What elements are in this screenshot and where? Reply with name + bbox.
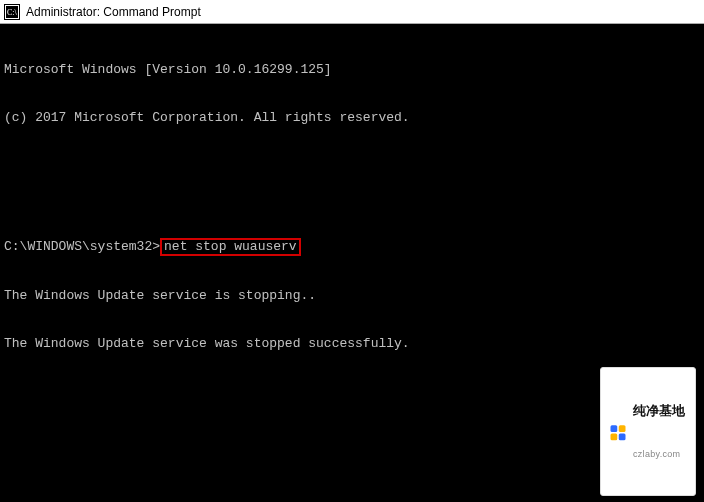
watermark-logo-icon <box>609 423 627 441</box>
watermark-badge: 纯净基地 czlaby.com <box>600 367 696 496</box>
window-title: Administrator: Command Prompt <box>26 5 201 19</box>
copyright-line: (c) 2017 Microsoft Corporation. All righ… <box>4 110 700 126</box>
blank-line <box>4 432 700 448</box>
version-line: Microsoft Windows [Version 10.0.16299.12… <box>4 62 700 78</box>
blank-line <box>4 384 700 400</box>
cmd-icon: C:\ <box>4 4 20 20</box>
terminal-area[interactable]: Microsoft Windows [Version 10.0.16299.12… <box>0 24 704 502</box>
output-line: The Windows Update service is stopping.. <box>4 288 700 304</box>
svg-rect-4 <box>611 425 618 432</box>
svg-rect-7 <box>619 433 626 440</box>
output-line: The Windows Update service was stopped s… <box>4 336 700 352</box>
blank-line <box>4 158 700 174</box>
watermark-url: czlaby.com <box>633 449 685 459</box>
svg-rect-5 <box>619 425 626 432</box>
svg-text:C:\: C:\ <box>7 8 18 17</box>
svg-rect-6 <box>611 433 618 440</box>
highlighted-command: net stop wuauserv <box>160 238 301 256</box>
window-titlebar[interactable]: C:\ Administrator: Command Prompt <box>0 0 704 24</box>
prompt-line: C:\WINDOWS\system32>net stop wuauserv <box>4 238 700 256</box>
watermark-title: 纯净基地 <box>633 404 685 417</box>
